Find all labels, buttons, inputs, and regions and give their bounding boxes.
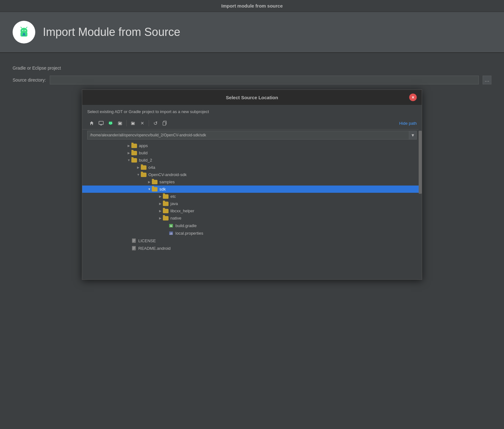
tree-item-java[interactable]: ▶ java — [82, 200, 422, 207]
tree-item-license[interactable]: ▶ LICENSE — [82, 237, 422, 244]
desktop-button[interactable] — [97, 119, 106, 127]
svg-rect-8 — [99, 121, 103, 124]
label-apps: apps — [139, 143, 148, 148]
svg-text:A: A — [22, 32, 26, 37]
hide-path-button[interactable]: Hide path — [399, 121, 417, 126]
tree-item-build[interactable]: ▶ build — [82, 149, 422, 157]
svg-rect-26 — [172, 233, 172, 235]
chevron-libcxx: ▶ — [158, 209, 163, 213]
delete-button[interactable]: ✕ — [138, 119, 147, 127]
header-section: A Import Module from Source — [0, 12, 504, 53]
label-license: LICENSE — [138, 238, 156, 243]
tree-item-libcxx[interactable]: ▶ libcxx_helper — [82, 207, 422, 214]
path-bar: ▼ — [82, 129, 422, 141]
chevron-java: ▶ — [158, 202, 163, 205]
label-native: native — [170, 216, 181, 220]
label-local-props: local.properties — [175, 231, 203, 236]
new-folder-button[interactable] — [129, 119, 137, 127]
tree-item-o4a[interactable]: ▶ o4a — [82, 164, 422, 171]
android-button[interactable] — [106, 119, 115, 127]
label-build-gradle: build.gradle — [175, 223, 197, 228]
chevron-build2: ▼ — [126, 158, 131, 162]
source-dir-row: Source directory: … — [13, 76, 491, 84]
tree-item-samples[interactable]: ▶ samples — [82, 178, 422, 186]
props-file-icon — [169, 231, 174, 236]
dropdown-chevron-icon: ▼ — [411, 133, 415, 138]
tree-item-build-gradle[interactable]: ▶ G build.gradle — [82, 222, 422, 229]
browse-button[interactable]: … — [483, 76, 491, 84]
scrollbar-thumb[interactable] — [419, 131, 422, 194]
svg-point-12 — [110, 123, 110, 123]
chevron-sdk: ▼ — [147, 187, 152, 191]
label-libcxx: libcxx_helper — [170, 209, 194, 213]
folder-icon-opencv — [141, 173, 146, 177]
folder-up-button[interactable] — [116, 119, 124, 127]
chevron-apps: ▶ — [126, 144, 131, 147]
chevron-opencv: ▼ — [136, 173, 141, 176]
chevron-o4a: ▶ — [136, 166, 141, 169]
label-opencv: OpenCV-android-sdk — [148, 172, 186, 177]
title-bar-text: Import module from source — [221, 3, 283, 9]
chevron-native: ▶ — [158, 216, 163, 220]
tree-item-sdk[interactable]: ▼ sdk — [82, 186, 422, 193]
label-java: java — [170, 201, 178, 206]
refresh-button[interactable]: ↺ — [151, 119, 160, 127]
chevron-build: ▶ — [126, 151, 131, 155]
new-folder-icon — [130, 121, 135, 126]
file-toolbar: ✕ ↺ Hide path — [82, 117, 422, 129]
refresh-icon: ↺ — [153, 120, 158, 126]
folder-icon-samples — [152, 180, 158, 184]
copy-path-button[interactable] — [160, 119, 169, 127]
svg-rect-25 — [171, 232, 171, 235]
dialog-titlebar: Select Source Location × — [82, 90, 422, 105]
license-file-icon — [131, 238, 136, 243]
svg-rect-20 — [163, 122, 166, 125]
tree-item-apps[interactable]: ▶ apps — [82, 142, 422, 149]
app-icon: A — [13, 21, 35, 43]
source-dir-label: Source directory: — [13, 77, 46, 83]
copy-icon — [162, 121, 167, 126]
path-dropdown-button[interactable]: ▼ — [409, 131, 417, 140]
label-sdk: sdk — [159, 187, 166, 192]
dialog-close-button[interactable]: × — [409, 94, 417, 101]
label-etc: etc — [170, 194, 176, 199]
chevron-etc: ▶ — [158, 195, 163, 198]
folder-icon-sdk — [152, 187, 158, 192]
folder-icon-build — [131, 151, 137, 155]
folder-icon-apps — [131, 144, 137, 148]
desktop-icon — [99, 121, 104, 126]
tree-item-local-props[interactable]: ▶ local.properties — [82, 229, 422, 237]
svg-point-5 — [25, 30, 26, 31]
svg-text:G: G — [170, 225, 172, 227]
folder-icon-java — [163, 202, 169, 206]
tree-item-readme[interactable]: ▶ README.android — [82, 244, 422, 252]
path-input[interactable] — [87, 131, 409, 140]
select-source-dialog: Select Source Location × Select existing… — [82, 89, 422, 280]
project-type-label: Gradle or Eclipse project — [13, 66, 61, 71]
svg-line-14 — [109, 122, 110, 122]
file-tree: ▶ apps ▶ build ▼ build_2 — [82, 141, 422, 279]
tree-item-etc[interactable]: ▶ etc — [82, 193, 422, 200]
label-build2: build_2 — [139, 158, 152, 163]
svg-line-15 — [112, 122, 112, 122]
svg-point-13 — [111, 123, 112, 123]
svg-point-11 — [109, 122, 112, 125]
tree-item-native[interactable]: ▶ native — [82, 214, 422, 222]
dialog-subtitle: Select existing ADT or Gradle project to… — [82, 105, 422, 117]
source-dir-input[interactable] — [50, 76, 479, 84]
label-build: build — [139, 151, 147, 155]
folder-icon-libcxx — [163, 209, 169, 213]
tree-item-opencv[interactable]: ▼ OpenCV-android-sdk — [82, 171, 422, 178]
svg-rect-24 — [170, 233, 170, 235]
tree-item-build2[interactable]: ▼ build_2 — [82, 157, 422, 164]
scrollbar-track[interactable] — [419, 121, 422, 279]
readme-file-icon — [131, 246, 136, 251]
svg-point-4 — [22, 30, 23, 31]
folder-icon-etc — [163, 194, 169, 199]
home-button[interactable] — [87, 119, 96, 127]
folder-icon-native — [163, 216, 169, 220]
folder-up-icon — [117, 121, 123, 126]
label-o4a: o4a — [148, 165, 155, 170]
delete-icon: ✕ — [140, 121, 144, 126]
title-bar: Import module from source — [0, 0, 504, 12]
